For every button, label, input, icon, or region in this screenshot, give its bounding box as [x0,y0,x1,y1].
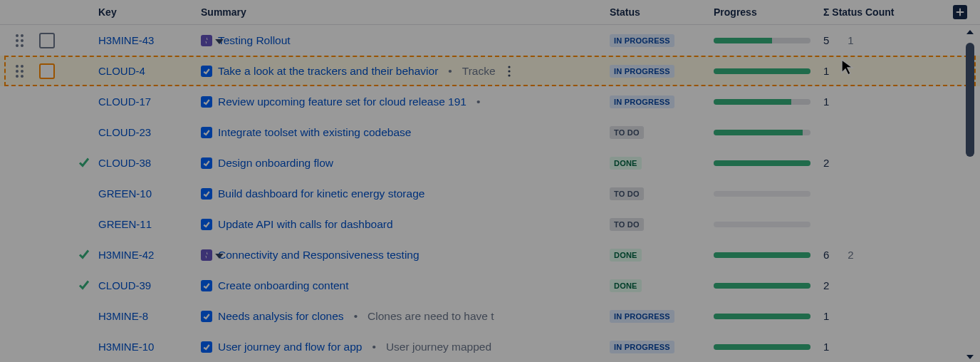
task-icon [201,66,212,77]
status-lozenge[interactable]: DONE [610,249,642,262]
summary-extra-text: Clones are need to have t [368,310,494,323]
status-count: 2 [823,157,980,169]
progress-bar [714,191,810,197]
status-count: 1 [823,65,980,77]
col-header-summary[interactable]: Summary [201,6,610,18]
issue-key-link[interactable]: H3MINE-43 [98,34,201,46]
progress-bar [714,314,810,319]
vertical-scrollbar[interactable] [964,27,976,362]
col-header-status[interactable]: Status [610,6,714,18]
status-count: 1 [823,310,980,322]
table-row[interactable]: CLOUD-38Design onboarding flowDONE2 [0,148,980,178]
status-lozenge[interactable]: IN PROGRESS [610,95,674,108]
progress-bar [714,283,810,289]
status-lozenge[interactable]: IN PROGRESS [610,341,674,353]
scrollbar-track[interactable] [964,37,976,352]
issue-summary[interactable]: Take a look at the trackers and their be… [201,63,610,79]
status-lozenge[interactable]: IN PROGRESS [610,65,674,78]
status-lozenge[interactable]: IN PROGRESS [610,34,674,47]
summary-text: Review upcoming feature set for cloud re… [218,95,466,108]
table-row[interactable]: CLOUD-4Take a look at the trackers and t… [0,56,980,86]
summary-extra-text: User journey mapped [386,341,491,353]
status-count: 1 [823,341,980,353]
col-header-progress[interactable]: Progress [714,6,823,18]
table-row[interactable]: H3MINE-10User journey and flow for app•U… [0,331,980,362]
issue-key-link[interactable]: CLOUD-17 [98,95,201,108]
expand-caret-icon[interactable] [215,35,224,46]
drag-handle-icon[interactable] [16,34,24,47]
progress-bar [714,68,810,74]
table-row[interactable]: H3MINE-42Connectivity and Responsiveness… [0,239,980,270]
col-header-key[interactable]: Key [98,6,201,18]
issue-key-link[interactable]: GREEN-11 [98,218,201,230]
task-icon [201,219,212,230]
scrollbar-thumb[interactable] [966,43,974,157]
issue-summary[interactable]: Build dashboard for kinetic energy stora… [201,187,610,200]
issue-summary[interactable]: Testing Rollout [201,34,610,47]
task-icon [201,188,212,200]
progress-bar [714,344,810,350]
status-lozenge[interactable]: TO DO [610,218,644,231]
issue-key-link[interactable]: H3MINE-8 [98,310,201,322]
separator-dot: • [476,95,480,108]
issue-summary[interactable]: Design onboarding flow [201,157,610,170]
status-lozenge[interactable]: TO DO [610,187,644,200]
status-count: 2 [823,279,980,291]
expand-caret-icon[interactable] [215,249,224,261]
status-count: 1 [823,95,980,108]
issue-summary[interactable]: Needs analysis for clones•Clones are nee… [201,310,610,323]
svg-point-0 [508,66,510,68]
issue-key-link[interactable]: CLOUD-4 [98,65,201,77]
issue-key-link[interactable]: CLOUD-23 [98,126,201,138]
table-row[interactable]: GREEN-10Build dashboard for kinetic ener… [0,178,980,209]
status-lozenge[interactable]: DONE [610,157,642,170]
summary-text: Build dashboard for kinetic energy stora… [218,187,424,200]
status-lozenge[interactable]: IN PROGRESS [610,310,674,323]
issue-key-link[interactable]: GREEN-10 [98,187,201,200]
table-row[interactable]: CLOUD-17Review upcoming feature set for … [0,86,980,117]
scroll-down-button[interactable] [964,352,976,362]
progress-bar [714,222,810,227]
table-row[interactable]: H3MINE-8Needs analysis for clones•Clones… [0,301,980,331]
summary-text: Needs analysis for clones [218,310,344,323]
issue-summary[interactable]: Update API with calls for dashboard [201,218,610,231]
issue-key-link[interactable]: CLOUD-39 [98,279,201,291]
done-check-icon [78,156,90,170]
status-lozenge[interactable]: TO DO [610,126,644,139]
issue-summary[interactable]: User journey and flow for app•User journ… [201,341,610,353]
task-icon [201,127,212,138]
separator-dot: • [448,65,452,78]
row-select-checkbox[interactable] [39,63,55,79]
status-count: 51 [823,34,980,46]
task-icon [201,157,212,169]
more-actions-button[interactable] [501,63,517,79]
issue-key-link[interactable]: H3MINE-42 [98,249,201,261]
svg-point-1 [508,70,510,72]
table-row[interactable]: GREEN-11Update API with calls for dashbo… [0,209,980,239]
issue-summary[interactable]: Create onboarding content [201,279,610,292]
status-count: 62 [823,249,980,261]
issue-key-link[interactable]: H3MINE-10 [98,341,201,353]
drag-handle-icon[interactable] [16,65,24,78]
scroll-up-button[interactable] [964,27,976,37]
summary-extra-text: Tracke [462,65,496,78]
issue-key-link[interactable]: CLOUD-38 [98,157,201,169]
summary-text: Take a look at the trackers and their be… [218,65,438,78]
table-row[interactable]: H3MINE-43Testing RolloutIN PROGRESS51 [0,25,980,56]
progress-bar [714,160,810,166]
table-row[interactable]: CLOUD-23Integrate toolset with existing … [0,117,980,148]
issue-summary[interactable]: Connectivity and Responsiveness testing [201,249,610,262]
issue-summary[interactable]: Integrate toolset with existing codebase [201,126,610,139]
summary-text: Update API with calls for dashboard [218,218,393,231]
add-column-button[interactable] [953,5,967,19]
done-check-icon [78,248,90,262]
table-row[interactable]: CLOUD-39Create onboarding contentDONE2 [0,270,980,301]
summary-text: Integrate toolset with existing codebase [218,126,411,139]
separator-dot: • [372,341,375,353]
separator-dot: • [354,310,358,323]
issue-summary[interactable]: Review upcoming feature set for cloud re… [201,95,610,108]
status-lozenge[interactable]: DONE [610,279,642,292]
task-icon [201,280,212,291]
summary-text: Create onboarding content [218,279,349,292]
row-select-checkbox[interactable] [39,33,55,48]
